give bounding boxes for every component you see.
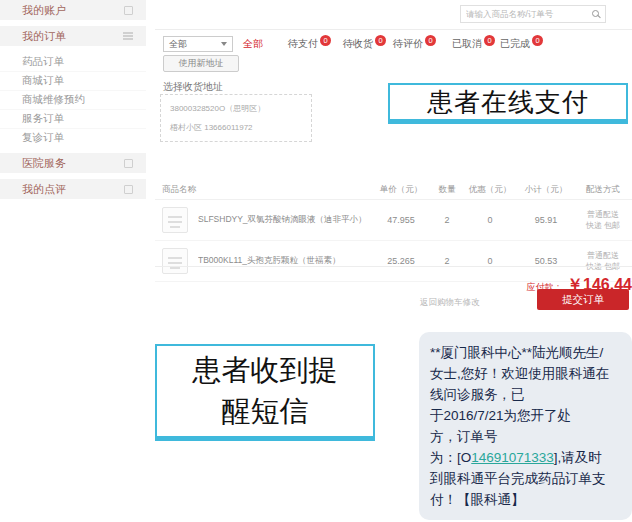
sidebar: 我的账户 我的订单 药品订单 商城订单 商城维修预约 服务订单 复诊订单	[0, 0, 146, 199]
unit-price: 47.955	[370, 215, 432, 225]
delivery-method: 普通配送 快递 包邮	[574, 209, 632, 231]
table-header-row: 商品名称 单价（元） 数量 优惠（元） 小计（元） 配送方式	[155, 181, 632, 200]
sidebar-item-label: 我的订单	[22, 29, 66, 44]
orders-list-icon	[123, 32, 133, 40]
delivery-line1: 普通配送	[587, 251, 619, 260]
tab-label: 已取消	[452, 38, 482, 49]
address-card[interactable]: 38000328520O（思明区） 梧村小区 13666011972	[160, 94, 312, 142]
tab-cancelled[interactable]: 已取消0	[452, 37, 495, 51]
unit-price: 25.265	[370, 256, 432, 266]
subtotal: 95.91	[518, 215, 574, 225]
tab-pending-receipt[interactable]: 待收货0	[343, 37, 386, 51]
use-new-address-button[interactable]: 使用新地址	[163, 55, 239, 72]
delivery-line2: 快递 包邮	[586, 221, 620, 230]
col-delivery: 配送方式	[574, 184, 632, 196]
sidebar-item-service-orders[interactable]: 服务订单	[0, 109, 146, 128]
sidebar-item-label: 复诊订单	[22, 131, 64, 145]
account-icon	[124, 6, 133, 15]
discount: 0	[462, 215, 518, 225]
sms-order-number-link[interactable]: 14691071333	[471, 450, 554, 465]
discount: 0	[462, 256, 518, 266]
sms-message-bubble: **厦门眼科中心**陆光顺先生/ 女士,您好！欢迎使用眼科通在 线问诊服务，已 …	[419, 332, 632, 520]
sidebar-item-mall-orders[interactable]: 商城订单	[0, 71, 146, 90]
sidebar-item-followup-orders[interactable]: 复诊订单	[0, 128, 146, 147]
tab-badge: 0	[320, 35, 331, 46]
delivery-line1: 普通配送	[587, 210, 619, 219]
address-line2: 梧村小区 13666011972	[170, 122, 302, 133]
address-line1: 38000328520O（思明区）	[170, 103, 302, 114]
sidebar-item-label: 服务订单	[22, 112, 64, 126]
submit-order-button[interactable]: 提交订单	[537, 289, 629, 310]
chevron-down-icon	[221, 42, 227, 46]
annotation-pay-online: 患者在线支付	[388, 83, 628, 124]
tab-label: 待评价	[393, 38, 423, 49]
address-section-title: 选择收货地址	[163, 80, 223, 94]
tab-label: 待支付	[288, 38, 318, 49]
tab-all[interactable]: 全部	[243, 37, 263, 51]
select-value: 全部	[169, 38, 187, 51]
tab-label: 已完成	[500, 38, 530, 49]
col-unit-price: 单价（元）	[370, 184, 432, 196]
product-cell: SLFSHDYY_双氯芬酸钠滴眼液（迪非平小）	[155, 207, 370, 233]
tab-pending-payment[interactable]: 待支付0	[288, 37, 331, 51]
table-row[interactable]: SLFSHDYY_双氯芬酸钠滴眼液（迪非平小） 47.955 2 0 95.91…	[155, 200, 632, 241]
annotation-sms-received: 患者收到提 醒短信	[155, 344, 375, 441]
tab-badge: 0	[375, 35, 386, 46]
tab-pending-review[interactable]: 待评价0	[393, 37, 436, 51]
reviews-icon	[124, 185, 133, 194]
sidebar-item-label: 我的账户	[22, 3, 66, 18]
quantity: 2	[432, 215, 462, 225]
sidebar-item-hospital-services[interactable]: 医院服务	[0, 153, 146, 173]
sms-text-pre: **厦门眼科中心**陆光顺先生/ 女士,您好！欢迎使用眼科通在 线问诊服务，已 …	[430, 345, 609, 465]
col-quantity: 数量	[432, 184, 462, 196]
product-name: SLFSHDYY_双氯芬酸钠滴眼液（迪非平小）	[198, 214, 367, 226]
hospital-icon	[124, 159, 133, 168]
col-discount: 优惠（元）	[462, 184, 518, 196]
product-thumbnail	[162, 207, 188, 233]
tab-badge: 0	[532, 35, 543, 46]
sidebar-item-label: 医院服务	[22, 156, 66, 171]
col-product-name: 商品名称	[155, 184, 370, 196]
sidebar-item-label: 商城维修预约	[22, 93, 85, 107]
col-subtotal: 小计（元）	[518, 184, 574, 196]
search-bar	[460, 5, 606, 23]
sidebar-item-label: 我的点评	[22, 182, 66, 197]
sidebar-item-label: 商城订单	[22, 74, 64, 88]
header-divider	[155, 29, 632, 30]
tab-badge: 0	[425, 35, 436, 46]
orders-submenu: 药品订单 商城订单 商城维修预约 服务订单 复诊订单	[0, 52, 146, 147]
quantity: 2	[432, 256, 462, 266]
tab-completed[interactable]: 已完成0	[500, 37, 543, 51]
sidebar-item-mall-service-booking[interactable]: 商城维修预约	[0, 90, 146, 109]
search-input[interactable]	[466, 9, 592, 19]
back-to-cart-link[interactable]: 返回购物车修改	[420, 297, 480, 309]
sidebar-item-my-account[interactable]: 我的账户	[0, 0, 146, 20]
sidebar-item-label: 药品订单	[22, 55, 64, 69]
sidebar-item-my-orders[interactable]: 我的订单	[0, 26, 146, 46]
tab-label: 全部	[243, 38, 263, 49]
sidebar-item-drug-orders[interactable]: 药品订单	[0, 52, 146, 71]
subtotal: 50.53	[518, 256, 574, 266]
order-page: 我的账户 我的订单 药品订单 商城订单 商城维修预约 服务订单 复诊订单	[0, 0, 632, 522]
order-type-select[interactable]: 全部	[163, 36, 233, 52]
sidebar-item-my-reviews[interactable]: 我的点评	[0, 179, 146, 199]
tab-label: 待收货	[343, 38, 373, 49]
search-icon[interactable]	[592, 10, 600, 18]
tab-badge: 0	[484, 35, 495, 46]
